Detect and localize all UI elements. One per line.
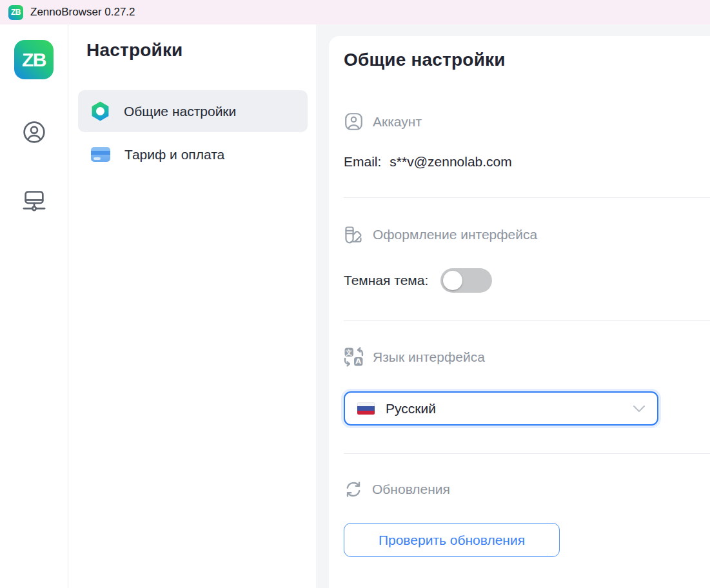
email-value: s**v@zennolab.com xyxy=(390,154,511,170)
dark-theme-row: Темная тема: xyxy=(344,268,710,293)
nav-item-label: Общие настройки xyxy=(124,104,236,119)
settings-panel-title: Настройки xyxy=(86,40,308,61)
window-title: ZennoBrowser 0.27.2 xyxy=(30,6,135,19)
appearance-section-header: Оформление интерфейса xyxy=(344,224,710,244)
icon-sidebar: ZB xyxy=(0,24,68,588)
nav-item-label: Тариф и оплата xyxy=(124,147,224,162)
content-area: Общие настройки Аккаунт Email: s**v@zenn… xyxy=(316,24,710,588)
svg-text:文: 文 xyxy=(345,348,353,356)
updates-section-title: Обновления xyxy=(372,482,450,497)
refresh-icon xyxy=(344,480,363,499)
dark-theme-label: Темная тема: xyxy=(344,273,428,288)
hexagon-general-icon xyxy=(91,101,110,121)
section-divider xyxy=(344,453,710,454)
account-email-row: Email: s**v@zennolab.com xyxy=(344,154,710,170)
appearance-section-title: Оформление интерфейса xyxy=(373,227,537,242)
nav-item-general-settings[interactable]: Общие настройки xyxy=(78,90,308,132)
user-badge-icon xyxy=(344,112,364,132)
sidebar-item-proxy[interactable] xyxy=(21,187,47,213)
updates-section-header: Обновления xyxy=(344,480,710,499)
general-settings-card: Общие настройки Аккаунт Email: s**v@zenn… xyxy=(329,36,710,588)
translate-icon: 文 A xyxy=(344,347,364,367)
dark-theme-toggle[interactable] xyxy=(440,268,492,293)
app-logo-small-icon: ZB xyxy=(8,5,23,20)
swatches-icon xyxy=(344,224,364,244)
language-section-title: Язык интерфейса xyxy=(373,349,485,365)
section-divider xyxy=(344,197,710,198)
language-dropdown[interactable]: Русский xyxy=(344,391,658,426)
settings-nav-panel: Настройки xyxy=(68,24,316,588)
settings-nav-list: Общие настройки Тариф и оплата xyxy=(78,90,308,175)
network-proxy-icon xyxy=(21,187,47,213)
check-updates-button[interactable]: Проверить обновления xyxy=(344,523,560,557)
account-section-header: Аккаунт xyxy=(344,112,710,132)
chevron-down-icon xyxy=(633,405,646,413)
section-divider xyxy=(344,320,710,321)
toggle-knob xyxy=(443,271,462,290)
nav-item-billing[interactable]: Тариф и оплата xyxy=(78,133,308,175)
app-logo-icon[interactable]: ZB xyxy=(14,40,54,79)
russia-flag-icon xyxy=(357,402,375,415)
email-label: Email: xyxy=(344,154,381,170)
user-circle-icon xyxy=(21,119,47,145)
selected-language-label: Русский xyxy=(386,401,622,416)
account-section-title: Аккаунт xyxy=(373,114,422,130)
svg-text:A: A xyxy=(355,357,361,366)
sidebar-item-account[interactable] xyxy=(21,119,47,145)
page-title: Общие настройки xyxy=(344,50,710,70)
language-section-header: 文 A Язык интерфейса xyxy=(344,347,710,367)
window-titlebar: ZB ZennoBrowser 0.27.2 xyxy=(0,0,710,24)
credit-card-icon xyxy=(91,147,110,162)
